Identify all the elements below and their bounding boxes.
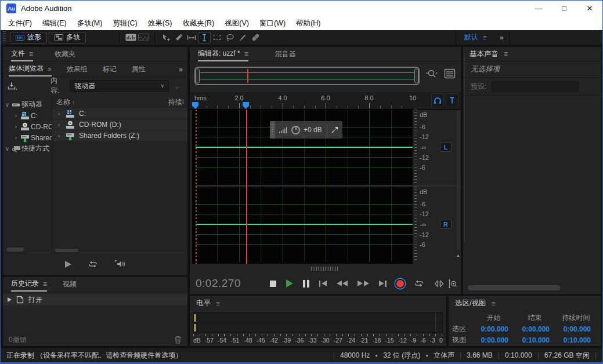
column-name-header[interactable]: 名称 xyxy=(56,97,70,107)
menu-item[interactable]: 收藏夹(R) xyxy=(177,19,219,28)
toolbar-grip[interactable] xyxy=(1,31,8,43)
horizontal-scrollbar[interactable] xyxy=(468,285,561,290)
list-item-shared-drive[interactable]: › Shared Folders (Z:) xyxy=(52,130,187,141)
hud-pin-icon[interactable] xyxy=(327,121,342,139)
pin-playhead-icon[interactable] xyxy=(446,93,458,107)
spectral-display-button[interactable] xyxy=(137,32,150,43)
horizontal-scrollbar[interactable] xyxy=(192,265,456,272)
list-item-cdrom-drive[interactable]: › CD-ROM (D:) xyxy=(52,119,187,130)
preset-input[interactable] xyxy=(492,81,579,92)
close-button[interactable]: ✕ xyxy=(577,1,602,16)
selection-duration-value[interactable]: 0:00.000 xyxy=(555,325,597,333)
selection-start-value[interactable]: 0:00.000 xyxy=(473,325,514,333)
list-item-c-drive[interactable]: › C: xyxy=(52,108,187,119)
tree-item-cdrom-drive[interactable]: › CD-ROM (D:) xyxy=(3,121,52,132)
slip-tool-button[interactable] xyxy=(185,32,198,43)
go-to-start-button[interactable] xyxy=(319,281,327,287)
level-meter[interactable] xyxy=(193,312,443,333)
gain-knob[interactable] xyxy=(291,126,300,134)
preview-play-icon[interactable] xyxy=(65,261,71,268)
chevron-collapsed-icon[interactable]: › xyxy=(12,134,20,141)
waveform-view-button[interactable]: 波形 xyxy=(10,32,47,43)
tab-media-browser[interactable]: 媒体浏览器 » xyxy=(9,62,52,77)
toolbar-overflow-button[interactable]: » xyxy=(495,33,507,42)
list-scrollbar[interactable] xyxy=(55,249,78,252)
history-item-open[interactable]: 打开 xyxy=(3,294,187,305)
monitor-headphones-icon[interactable] xyxy=(431,93,444,107)
paintbrush-selection-tool-button[interactable] xyxy=(236,32,249,43)
tab-video[interactable]: 视频 xyxy=(63,277,77,292)
minimize-button[interactable]: — xyxy=(526,1,551,16)
tab-markers[interactable]: 标记 xyxy=(103,62,117,77)
hud-grip[interactable] xyxy=(270,121,275,139)
tab-history[interactable]: 历史记录 ≡ xyxy=(11,277,47,292)
menu-item[interactable]: 视图(V) xyxy=(219,19,254,28)
menu-item[interactable]: 帮助(H) xyxy=(291,19,326,28)
left-channel-badge[interactable]: L xyxy=(440,143,452,152)
tree-item-shared-drive[interactable]: › Shared Folders (Z:) xyxy=(3,132,52,143)
go-to-end-button[interactable] xyxy=(379,281,387,287)
overview-right-handle[interactable] xyxy=(414,68,418,83)
time-selection-tool-button[interactable] xyxy=(198,32,211,43)
tab-mixer[interactable]: 混音器 xyxy=(275,47,296,61)
back-arrow-icon[interactable]: ← xyxy=(174,81,183,91)
tab-files[interactable]: 文件 ≡ xyxy=(11,47,33,61)
rewind-button[interactable] xyxy=(337,281,348,286)
auto-play-speaker-icon[interactable] xyxy=(114,260,126,268)
zoom-full-icon[interactable] xyxy=(425,68,438,81)
content-dropdown[interactable]: 驱动器 ∨ xyxy=(70,80,169,92)
panel-menu-icon[interactable]: ≡ xyxy=(29,50,33,58)
menu-item[interactable]: 多轨(M) xyxy=(72,19,108,28)
view-start-value[interactable]: 0:00.000 xyxy=(473,336,514,344)
loop-playback-icon[interactable] xyxy=(88,260,98,268)
workspace-switcher[interactable]: 默认 ≡ xyxy=(456,30,495,45)
spot-healing-brush-tool-button[interactable] xyxy=(249,32,262,43)
tab-editor[interactable]: 编辑器: uzzf * ≡ xyxy=(198,47,248,61)
chevron-collapsed-icon[interactable]: › xyxy=(55,133,63,139)
stop-button[interactable] xyxy=(270,281,276,287)
list-header[interactable]: 名称 ↑ 持续时间 xyxy=(52,97,187,108)
record-button[interactable] xyxy=(396,280,404,287)
overview-navigator[interactable] xyxy=(194,67,420,85)
chevron-collapsed-icon[interactable]: › xyxy=(55,122,63,128)
playhead-time[interactable]: 0:02.270 xyxy=(196,277,241,290)
chevron-collapsed-icon[interactable]: › xyxy=(12,123,20,130)
tab-favorites[interactable]: 收藏夹 xyxy=(55,47,75,61)
menu-item[interactable]: 文件(F) xyxy=(3,19,37,28)
tree-item-shortcuts[interactable]: ∨ 快捷方式 xyxy=(3,143,52,154)
tab-effects-rack[interactable]: 效果组 xyxy=(67,62,88,77)
timeline-ruler[interactable]: hms 2.0 4.0 6.0 8.0 10 xyxy=(190,92,461,110)
menu-item[interactable]: 编辑(E) xyxy=(37,19,72,28)
menu-item[interactable]: 剪辑(C) xyxy=(107,19,142,28)
panel-menu-icon[interactable]: ≡ xyxy=(491,300,495,308)
waveform-display[interactable]: +0 dB xyxy=(192,110,413,264)
selection-end-value[interactable]: 0:00.000 xyxy=(514,325,555,333)
fast-forward-button[interactable] xyxy=(358,281,369,286)
trash-icon[interactable] xyxy=(174,336,182,344)
chevron-collapsed-icon[interactable]: › xyxy=(12,112,20,119)
vertical-scrollbar[interactable] xyxy=(457,111,460,250)
workspace-menu-icon[interactable]: ≡ xyxy=(483,34,487,42)
display-options-icon[interactable] xyxy=(443,68,456,81)
panel-menu-icon[interactable]: ≡ xyxy=(43,280,47,288)
tree-item-c-drive[interactable]: › C: xyxy=(3,110,52,121)
lasso-selection-tool-button[interactable] xyxy=(223,32,236,43)
vertical-zoom-icon[interactable] xyxy=(447,279,457,289)
tree-scrollbar[interactable] xyxy=(6,247,24,252)
scrollbar-grip[interactable] xyxy=(311,267,338,271)
panel-menu-icon[interactable]: ≡ xyxy=(244,50,248,58)
marquee-selection-tool-button[interactable] xyxy=(211,32,223,43)
import-icon[interactable] xyxy=(8,82,18,90)
view-end-value[interactable]: 0:10.000 xyxy=(514,336,555,344)
tab-properties[interactable]: 属性 xyxy=(132,62,146,77)
menu-item[interactable]: 窗口(W) xyxy=(254,19,291,28)
amplitude-scale[interactable]: dB -6 -12 -∞ -12 -6 L dB -6 -12 -∞ -12 -… xyxy=(413,110,461,264)
chevron-expanded-icon[interactable]: ∨ xyxy=(3,101,12,108)
view-duration-value[interactable]: 0:10.000 xyxy=(555,336,597,344)
panel-menu-icon[interactable]: » xyxy=(48,65,52,73)
play-button[interactable] xyxy=(286,279,293,287)
chevron-expanded-icon[interactable]: ∨ xyxy=(3,145,12,152)
maximize-button[interactable]: □ xyxy=(551,1,577,16)
tree-item-drives[interactable]: ∨ 驱动器 xyxy=(3,99,52,110)
multitrack-view-button[interactable]: 多轨 xyxy=(49,32,86,43)
